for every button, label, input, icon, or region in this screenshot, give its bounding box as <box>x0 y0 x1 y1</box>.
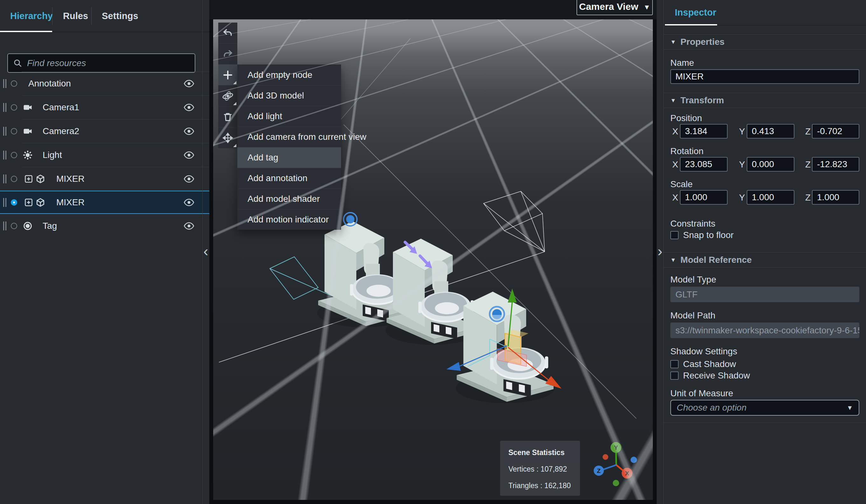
menu-item-add-light[interactable]: Add light <box>237 106 341 126</box>
rotation-y-input[interactable] <box>747 157 795 172</box>
constraints-label: Constraints <box>670 219 715 229</box>
unit-of-measure-select[interactable]: Choose an option ▼ <box>670 400 859 416</box>
menu-item-add-motion-indicator[interactable]: Add motion indicator <box>237 209 341 230</box>
menu-item-add-3d-model[interactable]: Add 3D model <box>237 85 341 106</box>
tab-rules[interactable]: Rules <box>63 0 88 32</box>
node-plus-icon <box>24 198 33 207</box>
tab-settings[interactable]: Settings <box>102 0 138 32</box>
list-item-label: Annotation <box>28 79 71 89</box>
collapse-right-panel-button[interactable]: › <box>657 241 663 261</box>
radio-annotation[interactable] <box>11 80 17 87</box>
visibility-eye-icon[interactable] <box>184 127 195 135</box>
redo-button[interactable] <box>218 44 237 65</box>
add-icon <box>222 69 234 81</box>
axis-orientation-gizmo[interactable]: Y Z X <box>594 442 637 486</box>
tab-rules-label: Rules <box>63 11 88 21</box>
receive-shadow-checkbox[interactable] <box>670 371 679 380</box>
list-item-mixer-1[interactable]: MIXER <box>0 167 209 191</box>
tab-inspector[interactable]: Inspector <box>675 0 717 25</box>
snap-to-floor-row[interactable]: Snap to floor <box>670 230 734 240</box>
rotation-label: Rotation <box>670 146 703 156</box>
drag-handle-icon[interactable] <box>3 221 7 230</box>
list-item-light[interactable]: Light <box>0 143 209 167</box>
delete-button[interactable] <box>218 106 237 127</box>
list-item-camera2[interactable]: Camera2 <box>0 119 209 143</box>
position-label: Position <box>670 113 702 123</box>
drag-handle-icon[interactable] <box>3 103 7 112</box>
active-tab-underline <box>665 24 717 25</box>
chevron-down-icon: ▼ <box>847 404 853 412</box>
visibility-eye-icon[interactable] <box>184 103 195 112</box>
radio-mixer-1[interactable] <box>11 176 17 182</box>
tag-circle-icon <box>23 221 32 231</box>
menu-item-add-empty-node[interactable]: Add empty node <box>237 65 341 85</box>
receive-shadow-label: Receive Shadow <box>683 370 750 381</box>
axis-dot-y-neg[interactable] <box>613 480 619 486</box>
axis-dot-x-neg[interactable] <box>602 454 608 460</box>
redo-icon <box>222 49 233 59</box>
tab-separator <box>52 7 53 25</box>
scale-x-input[interactable] <box>680 190 728 205</box>
list-item-label: Tag <box>43 221 57 231</box>
tab-hierarchy[interactable]: Hierarchy <box>10 0 53 32</box>
cast-shadow-checkbox[interactable] <box>670 360 679 368</box>
rotation-x-input[interactable] <box>680 157 728 172</box>
section-header-transform[interactable]: ▼ Transform <box>664 93 866 108</box>
gizmo-z-arrow[interactable] <box>446 362 461 371</box>
collapse-left-panel-button[interactable]: ‹ <box>202 241 209 261</box>
drag-handle-icon[interactable] <box>3 127 7 136</box>
section-title: Transform <box>680 95 724 105</box>
list-item-camera1[interactable]: Camera1 <box>0 95 209 119</box>
menu-item-add-tag[interactable]: Add tag <box>237 147 341 168</box>
list-item-mixer-2-selected[interactable]: MIXER <box>0 191 209 214</box>
unit-of-measure-label: Unit of Measure <box>670 388 733 399</box>
drag-handle-icon[interactable] <box>3 198 7 207</box>
snap-to-floor-checkbox[interactable] <box>670 231 679 239</box>
radio-tag[interactable] <box>11 223 17 229</box>
radio-light[interactable] <box>11 152 17 158</box>
scale-z-input[interactable] <box>812 190 859 205</box>
cast-shadow-row[interactable]: Cast Shadow <box>670 359 736 369</box>
undo-button[interactable] <box>218 23 237 44</box>
visibility-eye-icon[interactable] <box>184 198 195 207</box>
video-camera-icon <box>23 127 32 135</box>
scale-y-input[interactable] <box>747 190 795 205</box>
shadow-settings-label: Shadow Settings <box>670 346 737 357</box>
scene-statistics-vertices: Vertices : 107,892 <box>508 465 580 473</box>
list-item-annotation[interactable]: Annotation <box>0 71 209 95</box>
menu-item-add-camera-from-current-view[interactable]: Add camera from current view <box>237 126 341 147</box>
menu-item-add-model-shader[interactable]: Add model shader <box>237 188 341 209</box>
section-header-properties[interactable]: ▼ Properties <box>664 34 866 49</box>
section-header-model-reference[interactable]: ▼ Model Reference <box>664 252 866 267</box>
node-plus-icon <box>24 174 33 183</box>
camera-view-dropdown[interactable]: Camera View ▼ <box>577 0 653 15</box>
move-mode-button[interactable] <box>218 127 237 148</box>
receive-shadow-row[interactable]: Receive Shadow <box>670 370 750 381</box>
search-input[interactable] <box>27 58 191 68</box>
visibility-eye-icon[interactable] <box>184 222 195 230</box>
radio-camera2[interactable] <box>11 128 17 135</box>
scene-viewport[interactable]: Y Z X <box>213 19 653 500</box>
drag-handle-icon[interactable] <box>3 151 7 160</box>
axis-dot-z-neg[interactable] <box>631 457 637 463</box>
visibility-eye-icon[interactable] <box>184 175 195 183</box>
radio-camera1[interactable] <box>11 104 17 111</box>
position-y-input[interactable] <box>747 124 795 139</box>
radio-mixer-2[interactable] <box>11 199 17 206</box>
visibility-eye-icon[interactable] <box>184 79 195 88</box>
visibility-eye-icon[interactable] <box>184 151 195 159</box>
unit-of-measure-placeholder: Choose an option <box>677 403 747 413</box>
model-icons <box>24 198 45 207</box>
drag-handle-icon[interactable] <box>3 174 7 183</box>
cube-icon <box>36 198 45 207</box>
list-item-label: MIXER <box>56 197 85 207</box>
rotation-z-input[interactable] <box>812 157 859 172</box>
position-z-input[interactable] <box>812 124 859 139</box>
name-input[interactable] <box>670 69 859 84</box>
add-object-button[interactable] <box>218 65 237 85</box>
position-x-input[interactable] <box>680 124 728 139</box>
orbit-mode-button[interactable] <box>218 85 237 106</box>
menu-item-add-annotation[interactable]: Add annotation <box>237 168 341 188</box>
drag-handle-icon[interactable] <box>3 79 7 88</box>
list-item-tag[interactable]: Tag <box>0 214 209 238</box>
